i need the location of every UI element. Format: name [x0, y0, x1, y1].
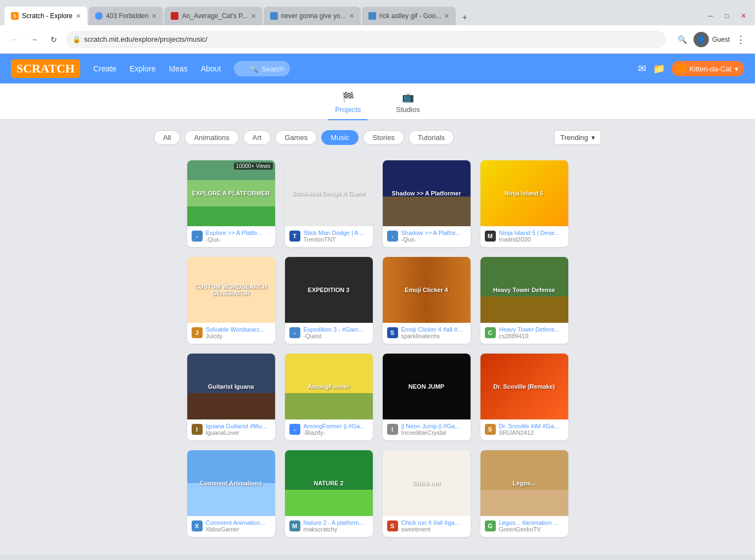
thumb-label: Chick run [410, 478, 443, 489]
project-info: X Comment Animation... XbloxGamer [187, 516, 275, 537]
project-user-row: S Chick run II #all #ga... sweetment [387, 519, 466, 533]
project-title[interactable]: Iguana Guitarist #Mu... [206, 423, 271, 429]
project-author[interactable]: IncredibleCrystal [401, 429, 466, 436]
project-title[interactable]: Legos... #animation ... [499, 519, 564, 526]
project-title[interactable]: Nature 2 - A platform... [304, 519, 368, 526]
forward-button[interactable]: → [26, 32, 42, 47]
project-card[interactable]: NATURE 2 M Nature 2 - A platform... maks… [285, 450, 373, 537]
project-title[interactable]: Chick run II #all #ga... [401, 519, 466, 526]
project-card[interactable]: NEON JUMP I || Neon Jump || #Ga... Incre… [383, 354, 471, 440]
project-title[interactable]: Solvable Wordsearc... [206, 326, 271, 333]
filter-stories[interactable]: Stories [363, 130, 404, 145]
messages-icon[interactable]: ✉ [638, 63, 646, 75]
address-input[interactable]: 🔒 scratch.mit.edu/explore/projects/music… [66, 31, 666, 48]
project-author[interactable]: sweetment [401, 526, 466, 533]
project-title[interactable]: Comment Animation... [206, 519, 271, 526]
project-avatar: G [485, 520, 496, 531]
tab-403[interactable]: 403 Forbidden ✕ [88, 7, 163, 25]
project-card[interactable]: EXPLORE A PLATFORMER 10000+ Views - Expl… [187, 160, 275, 247]
project-title[interactable]: Expedition 3 - #Gam... [304, 326, 368, 333]
user-menu[interactable]: Kitten-da-Cat ▾ [672, 61, 744, 76]
new-tab-button[interactable]: + [457, 10, 472, 25]
project-title[interactable]: || Neon Jump || #Ga... [401, 423, 466, 429]
project-title[interactable]: Emoji Clicker 4 #all #... [401, 326, 466, 333]
thumb-inner: Shadow >> A Platformer [383, 160, 471, 226]
project-card[interactable]: CUSTOM WORDSEARCH GENERATOR J Solvable W… [187, 257, 275, 344]
project-author[interactable]: -Qux- [206, 236, 271, 243]
project-title[interactable]: Stick-Man Dodge | A ... [304, 229, 368, 236]
sort-dropdown[interactable]: Trending ▾ [554, 130, 601, 145]
thumb-label: CUSTOM WORDSEARCH GENERATOR [187, 281, 275, 299]
project-author[interactable]: -Blazify- [304, 429, 368, 436]
filter-tutorials[interactable]: Tutorials [409, 130, 454, 145]
filter-all[interactable]: All [154, 130, 180, 145]
project-author[interactable]: makscratchy [304, 526, 368, 533]
project-author[interactable]: -Qux- [401, 236, 466, 243]
project-user-row: X Comment Animation... XbloxGamer [192, 519, 271, 533]
nav-ideas[interactable]: Ideas [169, 64, 187, 73]
project-card[interactable]: Heavy Tower Defense C Heavy Tower Defens… [480, 257, 568, 344]
tab-close-4[interactable]: ✕ [349, 13, 354, 20]
project-title[interactable]: Ninja Island 5 | Dese... [499, 229, 564, 236]
project-author[interactable]: GreenGeckoTV [499, 526, 564, 533]
views-badge: 10000+ Views [234, 163, 273, 170]
folders-icon[interactable]: 📁 [653, 63, 665, 75]
back-button[interactable]: ← [7, 32, 22, 47]
tab-studios[interactable]: 📺 Studios [389, 88, 426, 119]
studios-icon: 📺 [402, 91, 414, 103]
project-card[interactable]: EXPEDITION 3 - Expedition 3 - #Gam... -Q… [285, 257, 373, 344]
project-card[interactable]: Emoji Clicker 4 S Emoji Clicker 4 #all #… [383, 257, 471, 344]
search-icon[interactable]: 🔍 [675, 32, 690, 47]
project-title[interactable]: Heavy Tower Defens... [499, 326, 564, 333]
filter-music[interactable]: Music [321, 130, 359, 145]
nav-explore[interactable]: Explore [130, 64, 155, 73]
project-author[interactable]: Juicity [206, 333, 271, 339]
project-title[interactable]: Explore >> A Platfo... [206, 229, 271, 236]
filter-animations[interactable]: Animations [184, 130, 238, 145]
project-card[interactable]: Legos... G Legos... #animation ... Green… [480, 450, 568, 537]
project-author[interactable]: sparklinatechs [401, 333, 466, 339]
browser-menu-button[interactable]: ⋮ [733, 32, 748, 47]
scratch-logo[interactable]: SCRATCH [11, 59, 80, 78]
project-card[interactable]: Chick run S Chick run II #all #ga... swe… [383, 450, 471, 537]
project-card[interactable]: Guitarist Iguana I Iguana Guitarist #Mu.… [187, 354, 275, 440]
tab-cat[interactable]: An_Average_Cat's P... ✕ [164, 7, 262, 25]
close-button[interactable]: ✕ [736, 9, 751, 23]
project-card[interactable]: AmongFormer - AmongFormer || #Ga... -Bla… [285, 354, 373, 440]
search-box[interactable]: 🔍 Search [234, 61, 289, 76]
maximize-button[interactable]: □ [720, 9, 734, 23]
thumb-inner: AmongFormer [285, 354, 373, 419]
project-author[interactable]: cs2889410 [499, 333, 564, 339]
tab-rick[interactable]: rick astley gif - Goo... ✕ [362, 7, 456, 25]
project-title[interactable]: Shadow >> A Platfor... [401, 229, 466, 236]
tab-scratch-explore[interactable]: S Scratch - Explore ✕ [4, 7, 87, 25]
project-author[interactable]: TrentonTNT [304, 236, 368, 243]
tab-close-2[interactable]: ✕ [152, 13, 156, 20]
project-author[interactable]: madrid2030 [499, 236, 564, 243]
profile-button[interactable]: 👤 [694, 32, 709, 47]
project-card[interactable]: Comment Animations X Comment Animation..… [187, 450, 275, 537]
project-author[interactable]: XbloxGamer [206, 526, 271, 533]
project-author[interactable]: SRIJAN2412 [499, 429, 564, 436]
tab-close-5[interactable]: ✕ [444, 13, 449, 20]
project-card[interactable]: Ninja Island 5 M Ninja Island 5 | Dese..… [480, 160, 568, 247]
filter-art[interactable]: Art [243, 130, 271, 145]
tab-close-3[interactable]: ✕ [251, 13, 256, 20]
nav-create[interactable]: Create [93, 64, 116, 73]
project-thumbnail: NATURE 2 [285, 450, 373, 516]
project-author[interactable]: -Quest [304, 333, 368, 339]
nav-about[interactable]: About [201, 64, 221, 73]
project-title[interactable]: AmongFormer || #Ga... [304, 423, 368, 429]
project-card[interactable]: Stick-Man Dodge A Game T Stick-Man Dodge… [285, 160, 373, 247]
project-title[interactable]: Dr. Scoville #All #Ga... [499, 423, 564, 429]
tab-projects[interactable]: 🏁 Projects [328, 88, 367, 120]
tab-close-1[interactable]: ✕ [76, 13, 81, 20]
project-card[interactable]: Shadow >> A Platformer - Shadow >> A Pla… [383, 160, 471, 247]
tab-never[interactable]: never gonna give yo... ✕ [264, 7, 361, 25]
project-user-row: - Expedition 3 - #Gam... -Quest [289, 326, 368, 339]
minimize-button[interactable]: ─ [703, 9, 718, 23]
project-author[interactable]: IguanaLover [206, 429, 271, 436]
reload-button[interactable]: ↻ [46, 32, 61, 47]
filter-games[interactable]: Games [275, 130, 317, 145]
project-card[interactable]: Dr. Scoville (Remake) S Dr. Scoville #Al… [480, 354, 568, 440]
